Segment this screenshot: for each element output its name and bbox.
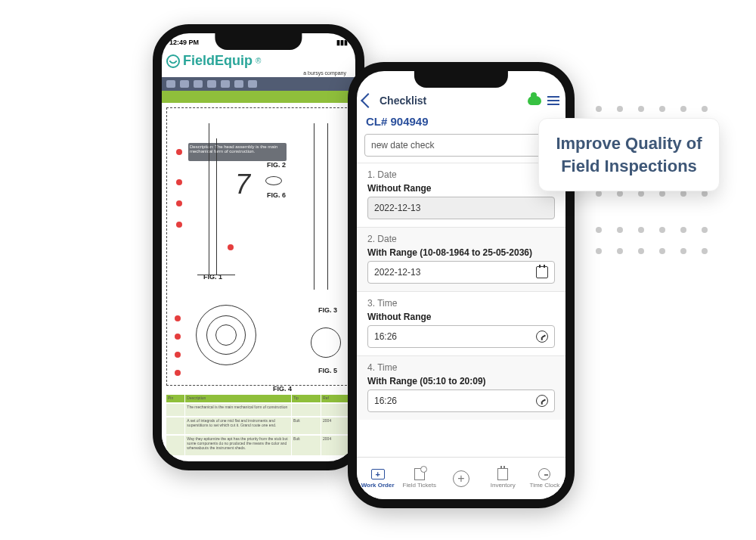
fig-label: FIG. 6 <box>267 191 286 199</box>
field-value: 2022-12-13 <box>374 267 420 278</box>
menu-icon[interactable] <box>547 96 559 105</box>
section-label: With Range (10-08-1964 to 25-05-2036) <box>367 247 555 258</box>
bottom-tab-bar: Work Order Field Tickets + Inventory Tim… <box>357 457 565 499</box>
ticket-icon <box>414 468 425 480</box>
brand-row: FieldEquip ® <box>162 51 355 70</box>
phone-inspection-plan: 12:49 PM ▮▮▮ FieldEquip ® a bursys compa… <box>153 24 364 470</box>
marker-dot[interactable] <box>176 179 182 185</box>
field-value: 2022-12-13 <box>374 203 420 213</box>
table-header: Pin <box>166 395 185 402</box>
decorative-dots-bottom <box>596 227 711 257</box>
tab-time-clock[interactable]: Time Clock <box>524 458 565 499</box>
inspection-table: Pin Description Tip Ref The mechanical i… <box>162 390 355 460</box>
cloud-sync-icon[interactable] <box>528 96 541 105</box>
diagram-number: 7 <box>235 169 250 200</box>
fig-label: FIG. 4 <box>273 385 292 393</box>
reg-mark: ® <box>256 57 261 65</box>
diagram-tooltip: Description: The head assembly is the ma… <box>188 143 287 161</box>
status-bar: 12:49 PM ▮▮▮ <box>162 33 355 51</box>
brand-tagline-row: a bursys company <box>162 70 355 77</box>
search-value: new date check <box>371 140 434 151</box>
inspection-diagram-area[interactable]: Description: The head assembly is the ma… <box>162 103 355 390</box>
section-label: With Range (05:10 to 20:09) <box>367 376 555 386</box>
section-date-1: 1. Date Without Range 2022-12-13 <box>357 163 565 227</box>
section-index: 4. Time <box>367 362 555 373</box>
time-field[interactable]: 16:26 <box>367 325 555 348</box>
status-icons: ▮▮▮ <box>336 39 348 46</box>
section-time-2: 4. Time With Range (05:10 to 20:09) 16:2… <box>357 355 565 420</box>
brand-name: FieldEquip <box>183 53 253 69</box>
app-toolbar[interactable] <box>162 77 355 91</box>
fig-label: FIG. 5 <box>318 367 337 374</box>
tab-work-order[interactable]: Work Order <box>357 458 398 499</box>
feature-callout: Improve Quality of Field Inspections <box>538 118 720 191</box>
brand-logo-icon <box>166 54 180 68</box>
brand-tagline: a bursys company <box>166 70 351 76</box>
section-index: 1. Date <box>367 169 555 180</box>
checklist-header: Checklist <box>357 89 565 112</box>
plan-header-bar <box>162 91 355 103</box>
marker-dot[interactable] <box>176 149 182 155</box>
fig-label: FIG. 3 <box>318 306 337 314</box>
tab-label: Time Clock <box>530 482 560 489</box>
page-title: Checklist <box>380 95 522 107</box>
checklist-id: CL# 904949 <box>357 112 565 134</box>
field-value: 16:26 <box>374 331 397 342</box>
field-value: 16:26 <box>374 396 397 406</box>
status-bar <box>357 71 565 89</box>
search-input[interactable]: new date check <box>364 134 558 157</box>
calendar-icon[interactable] <box>536 266 548 278</box>
table-row[interactable]: Way they epitomize the apt has the prior… <box>166 436 351 455</box>
time-field[interactable]: 16:26 <box>367 389 555 412</box>
marker-dot[interactable] <box>176 222 182 228</box>
table-header: Description <box>185 395 292 402</box>
date-field[interactable]: 2022-12-13 <box>367 197 555 219</box>
tab-label: Work Order <box>361 482 395 489</box>
inventory-icon <box>497 468 508 480</box>
page-current[interactable]: 1 <box>253 461 264 470</box>
back-icon[interactable] <box>361 93 376 108</box>
section-date-2: 2. Date With Range (10-08-1964 to 25-05-… <box>357 227 565 291</box>
tab-inventory[interactable]: Inventory <box>482 458 524 499</box>
tab-add[interactable]: + <box>440 458 482 499</box>
tab-field-tickets[interactable]: Field Tickets <box>398 458 440 499</box>
table-row[interactable]: A set of integrals of one mid flat and i… <box>166 417 351 434</box>
table-pager[interactable]: ‹ 1 › <box>162 460 355 470</box>
tab-label: Inventory <box>491 482 516 489</box>
plus-icon: + <box>453 470 469 487</box>
work-order-icon <box>371 469 385 479</box>
marker-dot[interactable] <box>175 370 181 376</box>
section-label: Without Range <box>367 312 555 322</box>
fig-label: FIG. 2 <box>267 161 286 169</box>
table-header: Tip <box>292 395 321 402</box>
section-index: 3. Time <box>367 298 555 309</box>
clock-icon[interactable] <box>536 331 548 343</box>
section-time-1: 3. Time Without Range 16:26 <box>357 291 565 355</box>
tab-label: Field Tickets <box>403 482 436 489</box>
marker-dot[interactable] <box>175 352 181 358</box>
table-row[interactable]: The mechanical is the main mechanical fo… <box>166 404 351 416</box>
marker-dot[interactable] <box>176 200 182 206</box>
section-label: Without Range <box>367 183 555 194</box>
marker-dot[interactable] <box>175 334 181 340</box>
marker-dot[interactable] <box>228 244 234 250</box>
date-field[interactable]: 2022-12-13 <box>367 261 555 284</box>
section-index: 2. Date <box>367 234 555 244</box>
callout-text: Improve Quality of Field Inspections <box>556 134 702 175</box>
table-header: Ref <box>321 395 351 402</box>
marker-dot[interactable] <box>175 315 181 321</box>
clock-icon <box>538 468 550 480</box>
clock-icon[interactable] <box>536 395 548 407</box>
status-time: 12:49 PM <box>169 39 199 46</box>
